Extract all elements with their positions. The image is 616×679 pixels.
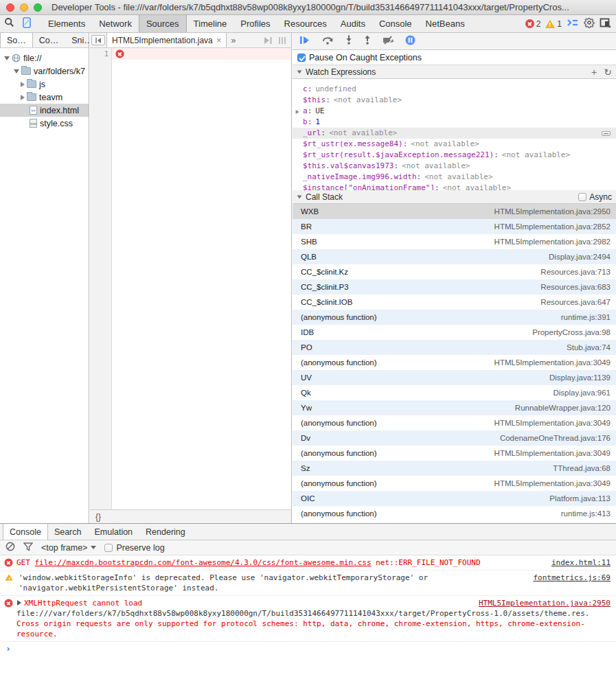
panel-tab[interactable]: Elements (41, 15, 92, 32)
console-prompt[interactable]: › (0, 642, 616, 655)
line-error-icon[interactable] (115, 49, 124, 58)
step-out-button[interactable] (364, 35, 371, 47)
frame-source-location[interactable]: Resources.java:713 (540, 268, 611, 276)
panel-tab[interactable]: Network (92, 15, 139, 32)
device-mode-button[interactable] (18, 15, 36, 32)
frame-context-selector[interactable]: <top frame> (41, 543, 96, 553)
panel-tab[interactable]: Sources (139, 15, 187, 32)
panel-tab[interactable]: Timeline (187, 15, 234, 32)
call-stack-frame[interactable]: (anonymous function) HTML5Implementation… (293, 446, 616, 461)
expanded-arrow-icon[interactable] (14, 69, 19, 73)
run-snippet-icon[interactable] (264, 34, 273, 47)
call-stack-frame[interactable]: (anonymous function) HTML5Implementation… (293, 355, 616, 370)
message-source-link[interactable]: fontmetrics.js:69 (525, 573, 611, 583)
close-tab-icon[interactable]: × (216, 36, 222, 45)
console-warning-message[interactable]: 'window.webkitStorageInfo' is deprecated… (0, 571, 616, 596)
add-watch-button[interactable]: + (591, 67, 597, 77)
pretty-print-button[interactable]: {} (95, 512, 101, 522)
call-stack-frame[interactable]: (anonymous function) runtime.js:413 (293, 506, 616, 521)
call-stack-frame[interactable]: PO Stub.java:74 (293, 340, 616, 355)
watch-item[interactable]: a: UE (293, 106, 616, 117)
drawer-tab[interactable]: Console (3, 524, 48, 540)
panel-tab[interactable]: Audits (334, 15, 372, 32)
frame-source-location[interactable]: CodenameOneThread.java:176 (500, 434, 611, 442)
drawer-tab[interactable]: Search (48, 524, 89, 540)
resume-button[interactable] (299, 35, 310, 47)
frame-source-location[interactable]: HTML5Implementation.java:2982 (494, 238, 611, 246)
panel-tab[interactable]: NetBeans (419, 15, 472, 32)
preserve-log-checkbox[interactable] (104, 544, 113, 552)
panel-tab[interactable]: Profiles (233, 15, 277, 32)
frame-source-location[interactable]: RunnableWrapper.java:120 (515, 404, 611, 412)
watch-item[interactable]: _url: <not available> (293, 128, 616, 139)
error-count-badge[interactable]: 2 (525, 19, 541, 29)
toggle-drawer-button[interactable] (567, 18, 579, 30)
tree-item-var-folders[interactable]: var/folders/k7 (0, 65, 89, 78)
watch-expressions-header[interactable]: Watch Expressions + ↻ (293, 65, 616, 79)
expand-watch-icon[interactable] (296, 110, 299, 114)
call-stack-frame[interactable]: IDB PropertyCross.java:98 (293, 325, 616, 340)
call-stack-frame[interactable]: BR HTML5Implementation.java:2852 (293, 219, 616, 234)
call-stack-frame[interactable]: QLB Display.java:2494 (293, 249, 616, 264)
call-stack-frame[interactable]: CC_$clinit.Kz Resources.java:713 (293, 264, 616, 279)
hide-navigator-button[interactable] (91, 35, 105, 45)
watch-item[interactable]: $this: <not available> (293, 95, 616, 106)
editor-file-tab[interactable]: HTML5Implementation.java × (106, 33, 227, 47)
console-xhr-error-message[interactable]: XMLHttpRequest cannot load HTML5Implemen… (0, 596, 616, 642)
async-checkbox-group[interactable]: Async (578, 192, 612, 202)
collapsed-arrow-icon[interactable] (21, 95, 25, 100)
clear-console-button[interactable] (5, 542, 15, 553)
call-stack-frame[interactable]: Qk Display.java:961 (293, 385, 616, 400)
call-stack-frame[interactable]: SHB HTML5Implementation.java:2982 (293, 234, 616, 249)
watch-item[interactable]: _nativeImage.img996.width: <not availabl… (293, 172, 616, 183)
watch-item[interactable]: $instance["onAnimationFrame"]: <not avai… (293, 183, 616, 190)
warning-count-badge[interactable]: 1 (545, 19, 562, 29)
frame-source-location[interactable]: runtime.js:413 (561, 509, 611, 518)
drawer-tab[interactable]: Emulation (88, 524, 139, 540)
frame-source-location[interactable]: HTML5Implementation.java:3049 (494, 419, 611, 427)
navigator-tab[interactable]: Co… (33, 33, 65, 47)
console-error-message[interactable]: GET file://maxcdn.bootstrapcdn.com/font-… (0, 555, 616, 571)
close-window-button[interactable] (6, 3, 14, 12)
frame-source-location[interactable]: HTML5Implementation.java:3049 (494, 479, 611, 487)
pause-on-exceptions-button[interactable] (405, 35, 415, 48)
call-stack-frame[interactable]: OIC Platform.java:113 (293, 491, 616, 506)
call-stack-frame[interactable]: Yw RunnableWrapper.java:120 (293, 400, 616, 415)
watch-item[interactable]: $this.val$canvas1973: <not available> (293, 161, 616, 172)
panel-tab[interactable]: Console (372, 15, 419, 32)
frame-source-location[interactable]: Display.java:1139 (549, 373, 611, 382)
inspect-element-button[interactable] (0, 15, 18, 32)
dock-side-button[interactable] (600, 18, 611, 30)
frame-source-location[interactable]: PropertyCross.java:98 (532, 328, 611, 336)
step-over-button[interactable] (322, 35, 334, 47)
message-source-link[interactable]: index.html:11 (543, 557, 611, 568)
frame-source-location[interactable]: Display.java:2494 (549, 253, 611, 261)
pause-on-caught-row[interactable]: Pause On Caught Exceptions (293, 50, 616, 65)
frame-source-location[interactable]: Resources.java:647 (540, 298, 611, 306)
step-into-button[interactable] (345, 35, 352, 47)
tree-item-teavm[interactable]: teavm (0, 91, 89, 104)
code-area[interactable]: 1 (90, 48, 291, 509)
watch-item[interactable]: b: 1 (293, 117, 616, 128)
call-stack-frame[interactable]: UV Display.java:1139 (293, 370, 616, 385)
preserve-log-group[interactable]: Preserve log (104, 543, 164, 553)
call-stack-frame[interactable]: CC_$clinit.P3 Resources.java:683 (293, 279, 616, 295)
panel-tab[interactable]: Resources (277, 15, 334, 32)
call-stack-header[interactable]: Call Stack Async (293, 190, 616, 204)
watch-item[interactable]: c: undefined (293, 84, 616, 95)
frame-source-location[interactable]: HTML5Implementation.java:2852 (494, 222, 611, 231)
tree-item-index-html[interactable]: <> index.html (0, 104, 89, 117)
minimize-window-button[interactable] (20, 3, 28, 12)
tab-overflow-button[interactable]: » (227, 33, 240, 47)
frame-source-location[interactable]: Resources.java:683 (540, 283, 611, 291)
async-checkbox[interactable] (578, 193, 586, 201)
section-collapse-icon[interactable] (297, 70, 302, 73)
drawer-tab[interactable]: Rendering (139, 524, 192, 540)
call-stack-frame[interactable]: WXB HTML5Implementation.java:2950 (293, 204, 616, 219)
watch-item[interactable]: $rt_ustr(ex.message84): <not available> (293, 139, 616, 150)
frame-source-location[interactable]: Platform.java:113 (549, 494, 611, 503)
section-collapse-icon[interactable] (297, 195, 302, 198)
tree-item-file-root[interactable]: file:// (0, 51, 89, 65)
expand-message-icon[interactable] (17, 600, 21, 606)
frame-source-location[interactable]: Stub.java:74 (567, 343, 611, 352)
